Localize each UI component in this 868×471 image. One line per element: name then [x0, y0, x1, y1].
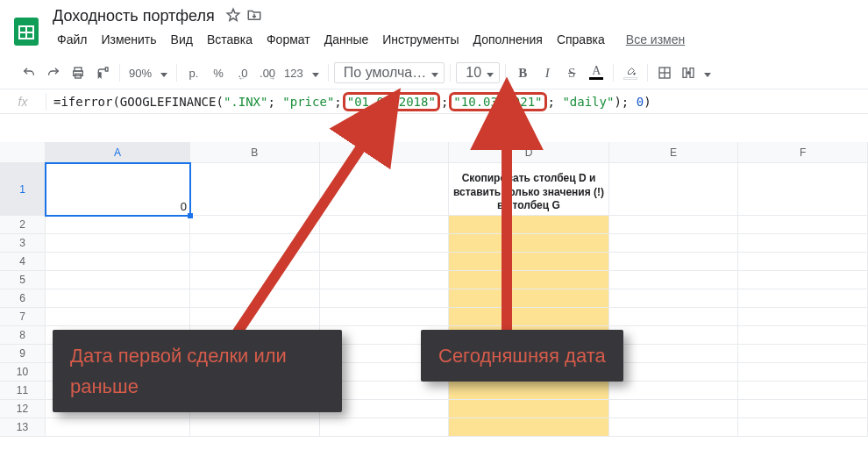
formula-bar: fx =iferror(GOOGLEFINANCE(".INX"; "price… — [0, 89, 868, 114]
spreadsheet-grid: A B C D E F 1 2 3 4 5 6 7 8 9 10 11 12 1… — [0, 142, 868, 471]
col-header-F[interactable]: F — [738, 142, 868, 162]
cell[interactable] — [609, 253, 739, 271]
cell[interactable] — [190, 418, 320, 437]
app-header: Доходность портфеля Файл Изменить Вид Вс… — [0, 0, 868, 51]
caret-down-icon — [487, 65, 494, 81]
text-color-button[interactable]: A — [585, 61, 608, 84]
cell[interactable] — [738, 418, 868, 437]
row-header-6[interactable]: 6 — [0, 289, 45, 308]
row-header-3[interactable]: 3 — [0, 234, 45, 253]
italic-button[interactable]: I — [536, 61, 559, 84]
formula-input[interactable]: =iferror(GOOGLEFINANCE(".INX"; "price";"… — [46, 92, 868, 111]
caret-down-icon — [704, 67, 711, 80]
cell[interactable] — [46, 289, 190, 308]
doc-title[interactable]: Доходность портфеля — [51, 5, 220, 27]
cell[interactable] — [609, 216, 739, 234]
cell[interactable] — [738, 234, 868, 253]
cell-F1[interactable] — [738, 163, 868, 216]
menu-file[interactable]: Файл — [51, 31, 93, 48]
font-family-select[interactable]: По умолча… — [334, 62, 445, 83]
cell[interactable] — [738, 308, 868, 326]
row-header-2[interactable]: 2 — [0, 216, 45, 234]
cell[interactable] — [46, 253, 190, 271]
row-header-13[interactable]: 13 — [0, 418, 45, 437]
redo-icon[interactable] — [42, 61, 65, 84]
row-header-8[interactable]: 8 — [0, 326, 45, 345]
cell[interactable] — [738, 400, 868, 418]
borders-button[interactable] — [653, 61, 676, 84]
cell-E1[interactable] — [609, 163, 739, 216]
cell[interactable] — [609, 418, 739, 437]
cell[interactable] — [46, 308, 190, 326]
cell[interactable] — [46, 271, 190, 289]
bold-button[interactable]: B — [511, 61, 534, 84]
col-header-E[interactable]: E — [609, 142, 739, 162]
increase-decimals[interactable]: .00→ — [256, 61, 279, 84]
menu-format[interactable]: Формат — [260, 31, 317, 48]
cell[interactable] — [738, 382, 868, 400]
more-formats[interactable]: 123 — [281, 61, 323, 84]
merge-cells-button[interactable] — [678, 61, 715, 84]
undo-icon[interactable] — [18, 61, 40, 84]
cell[interactable] — [46, 418, 190, 437]
cell[interactable] — [738, 289, 868, 308]
fill-color-button[interactable] — [619, 61, 642, 84]
cell[interactable] — [46, 234, 190, 253]
row-header-11[interactable]: 11 — [0, 382, 45, 400]
menu-view[interactable]: Вид — [165, 31, 199, 48]
select-all-corner[interactable] — [0, 142, 46, 163]
star-icon[interactable] — [225, 7, 241, 26]
row-header-9[interactable]: 9 — [0, 345, 45, 363]
cell[interactable] — [46, 216, 190, 234]
cell[interactable] — [609, 382, 739, 400]
svg-marker-4 — [227, 9, 239, 20]
cell[interactable] — [609, 400, 739, 418]
row-headers: 1 2 3 4 5 6 7 8 9 10 11 12 13 — [0, 163, 46, 437]
decrease-decimals[interactable]: .0← — [231, 61, 254, 84]
row-header-12[interactable]: 12 — [0, 400, 45, 418]
menu-tools[interactable]: Инструменты — [376, 31, 465, 48]
menu-addons[interactable]: Дополнения — [467, 31, 549, 48]
cell[interactable] — [609, 363, 739, 382]
menu-help[interactable]: Справка — [551, 31, 611, 48]
move-folder-icon[interactable] — [246, 7, 262, 26]
cell[interactable] — [609, 345, 739, 363]
cell[interactable] — [738, 253, 868, 271]
format-currency[interactable]: р. — [182, 61, 205, 84]
cell[interactable] — [449, 382, 608, 400]
cell[interactable] — [738, 345, 868, 363]
cells-area[interactable]: 0 Скопировать столбец D и вставить тольк… — [46, 163, 868, 471]
cell[interactable] — [609, 326, 739, 345]
paint-format-icon[interactable] — [91, 61, 114, 84]
cell[interactable] — [738, 326, 868, 345]
cell-A1[interactable]: 0 — [46, 163, 190, 216]
menu-data[interactable]: Данные — [318, 31, 375, 48]
cell[interactable] — [449, 400, 608, 418]
zoom-select[interactable]: 90% — [125, 61, 171, 84]
cell[interactable] — [738, 216, 868, 234]
strikethrough-button[interactable]: S — [560, 61, 583, 84]
cell[interactable] — [609, 271, 739, 289]
menu-insert[interactable]: Вставка — [201, 31, 259, 48]
fx-icon[interactable]: fx — [0, 95, 46, 109]
format-percent[interactable]: % — [207, 61, 230, 84]
row-header-1[interactable]: 1 — [0, 163, 45, 216]
cell[interactable] — [738, 271, 868, 289]
row-header-10[interactable]: 10 — [0, 363, 45, 382]
cell[interactable] — [609, 308, 739, 326]
col-header-A[interactable]: A — [46, 142, 190, 162]
cell[interactable] — [449, 418, 608, 437]
cell[interactable] — [609, 234, 739, 253]
svg-line-11 — [237, 143, 364, 333]
last-edit-link[interactable]: Все измен — [620, 31, 691, 48]
cell[interactable] — [609, 289, 739, 308]
sheets-logo-icon[interactable] — [7, 12, 46, 51]
print-icon[interactable] — [67, 61, 89, 84]
row-header-5[interactable]: 5 — [0, 271, 45, 289]
font-size-select[interactable]: 10 — [456, 62, 500, 83]
menu-edit[interactable]: Изменить — [95, 31, 162, 48]
row-header-7[interactable]: 7 — [0, 308, 45, 326]
row-header-4[interactable]: 4 — [0, 253, 45, 271]
cell[interactable] — [738, 363, 868, 382]
cell[interactable] — [320, 418, 450, 437]
